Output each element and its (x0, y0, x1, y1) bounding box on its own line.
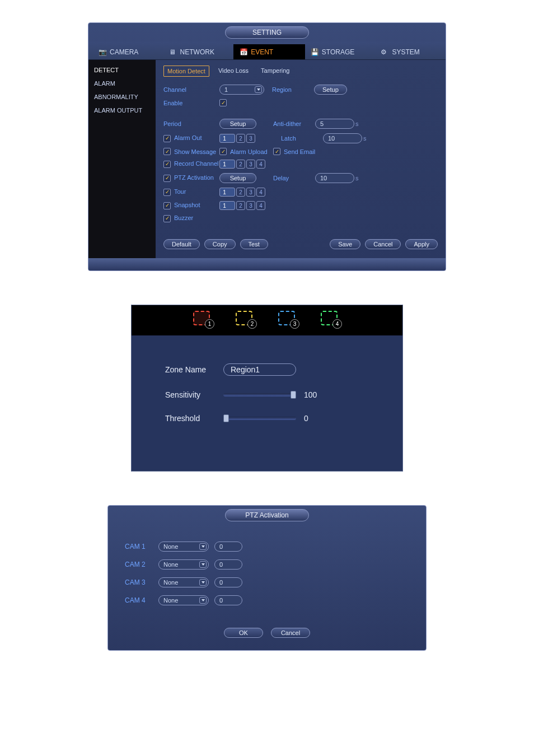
buzzer-checkbox[interactable] (163, 215, 171, 222)
record-4[interactable]: 4 (256, 160, 265, 169)
default-button[interactable]: Default (163, 239, 200, 249)
event-icon: 📅 (240, 48, 247, 56)
period-setup-button[interactable]: Setup (219, 119, 256, 129)
alarmout-1[interactable]: 1 (219, 134, 235, 143)
cancel-button[interactable]: Cancel (365, 239, 401, 249)
sidebar-item-alarm[interactable]: ALARM (88, 77, 156, 90)
cam2-preset-select[interactable]: None (158, 559, 209, 570)
alarmout-3[interactable]: 3 (246, 134, 255, 143)
threshold-label: Threshold (165, 414, 216, 423)
sidebar-item-detect[interactable]: DETECT (88, 63, 156, 77)
record-channel-checkbox[interactable] (163, 161, 171, 168)
channel-select[interactable]: 1 (219, 85, 264, 95)
record-3[interactable]: 3 (246, 160, 255, 169)
zone-tab-3[interactable]: 3 (278, 311, 298, 328)
cancel-button[interactable]: Cancel (271, 628, 310, 638)
delay-unit: s (355, 175, 359, 181)
tour-3[interactable]: 3 (246, 188, 255, 197)
cam1-label: CAM 1 (125, 543, 153, 550)
latch-label: Latch (281, 135, 323, 142)
subtab-tampering[interactable]: Tampering (257, 66, 293, 77)
alarm-out-checkbox[interactable] (163, 135, 171, 142)
latch-input[interactable]: 10 (323, 133, 362, 143)
alarmout-2[interactable]: 2 (236, 134, 245, 143)
storage-icon: 💾 (311, 48, 318, 56)
show-message-checkbox[interactable] (163, 148, 171, 155)
antidither-label: Anti-dither (273, 120, 315, 127)
tab-system[interactable]: ⚙SYSTEM (375, 44, 446, 59)
cam4-preset-select[interactable]: None (158, 595, 209, 605)
snap-3[interactable]: 3 (246, 201, 255, 210)
subtab-motion-detect[interactable]: Motion Detect (163, 66, 209, 77)
tab-storage[interactable]: 💾STORAGE (305, 44, 376, 59)
cam3-preset-select[interactable]: None (158, 577, 209, 587)
cam4-label: CAM 4 (125, 596, 153, 604)
apply-button[interactable]: Apply (405, 239, 438, 249)
alarm-upload-checkbox[interactable] (219, 148, 227, 155)
chevron-down-icon (199, 543, 207, 550)
ptz-setup-button[interactable]: Setup (219, 173, 256, 183)
setting-window: SETTING 📷CAMERA 🖥NETWORK 📅EVENT 💾STORAGE… (88, 22, 446, 271)
cam4-row: CAM 4 None 0 (125, 595, 259, 605)
latch-unit: s (363, 135, 367, 142)
zone-badge-2: 2 (247, 319, 257, 329)
show-message-label: Show Message (174, 148, 216, 155)
region-setup-button[interactable]: Setup (314, 85, 347, 95)
sidebar: DETECT ALARM ABNORMALITY ALARM OUTPUT (88, 60, 156, 258)
sensitivity-value: 100 (304, 390, 321, 399)
sidebar-item-abnormality[interactable]: ABNORMALITY (88, 90, 156, 104)
ok-button[interactable]: OK (224, 628, 263, 638)
ptz-activation-checkbox[interactable] (163, 175, 171, 182)
tab-event[interactable]: 📅EVENT (233, 44, 305, 59)
delay-input[interactable]: 10 (315, 173, 354, 183)
region-label: Region (272, 86, 314, 93)
record-2[interactable]: 2 (236, 160, 245, 169)
sensitivity-label: Sensitivity (165, 390, 216, 399)
enable-label: Enable (163, 100, 219, 106)
threshold-slider[interactable] (223, 417, 296, 420)
channel-label: Channel (163, 86, 219, 93)
zone-name-input[interactable]: Region1 (223, 363, 296, 376)
snapshot-checkbox[interactable] (163, 202, 171, 209)
enable-checkbox[interactable] (219, 99, 227, 106)
send-email-checkbox[interactable] (273, 148, 280, 155)
tour-4[interactable]: 4 (256, 188, 265, 197)
send-email-label: Send Email (284, 148, 315, 155)
chevron-down-icon (199, 579, 207, 586)
snap-4[interactable]: 4 (256, 201, 265, 210)
zone-tab-4[interactable]: 4 (321, 311, 341, 328)
snap-2[interactable]: 2 (236, 201, 245, 210)
cam3-num-input[interactable]: 0 (214, 577, 242, 587)
zone-tab-1[interactable]: 1 (193, 311, 213, 328)
record-1[interactable]: 1 (219, 160, 235, 169)
chevron-down-icon (199, 597, 207, 604)
cam4-num-input[interactable]: 0 (214, 595, 242, 605)
tour-2[interactable]: 2 (236, 188, 245, 197)
test-button[interactable]: Test (240, 239, 268, 249)
zone-tab-2[interactable]: 2 (236, 311, 256, 328)
alarm-upload-label: Alarm Upload (230, 148, 268, 155)
tab-network[interactable]: 🖥NETWORK (163, 44, 234, 59)
sensitivity-slider[interactable] (223, 393, 296, 396)
cam1-num-input[interactable]: 0 (214, 542, 242, 552)
subtab-video-loss[interactable]: Video Loss (215, 66, 252, 77)
sub-tabs: Motion Detect Video Loss Tampering (163, 66, 438, 77)
buzzer-label: Buzzer (163, 214, 219, 222)
cam1-preset-select[interactable]: None (158, 542, 209, 552)
zone-badge-4: 4 (332, 319, 342, 329)
footer-strip (88, 258, 446, 270)
tour-checkbox[interactable] (163, 189, 171, 196)
tour-1[interactable]: 1 (219, 188, 235, 197)
save-button[interactable]: Save (330, 239, 360, 249)
sidebar-item-alarm-output[interactable]: ALARM OUTPUT (88, 104, 156, 117)
camera-icon: 📷 (99, 48, 106, 56)
ptz-activation-label: PTZ Activation (163, 174, 219, 182)
cam2-num-input[interactable]: 0 (214, 559, 242, 570)
tab-camera[interactable]: 📷CAMERA (93, 44, 163, 59)
snap-1[interactable]: 1 (219, 201, 235, 210)
cam1-row: CAM 1 None 0 (125, 542, 259, 552)
alarm-out-label: Alarm Out (163, 134, 219, 142)
antidither-input[interactable]: 5 (315, 119, 354, 129)
snapshot-label: Snapshot (163, 202, 219, 209)
copy-button[interactable]: Copy (204, 239, 236, 249)
